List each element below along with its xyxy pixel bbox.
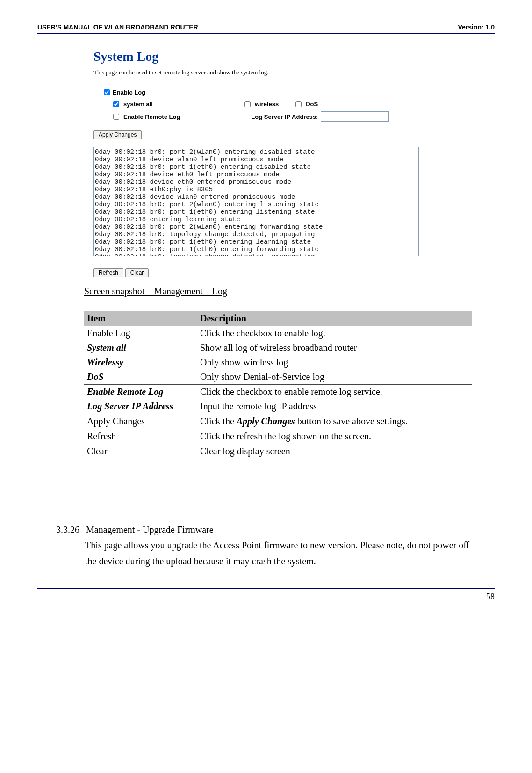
table-row: Apply Changes Click the Apply Changes bu… [84, 414, 472, 429]
header-right: Version: 1.0 [458, 23, 495, 31]
screenshot-panel: System Log This page can be used to set … [84, 43, 453, 284]
item-cell: Clear [87, 446, 107, 456]
item-cell: Enable Remote Log [87, 386, 163, 397]
section-number: 3.3.26 [56, 525, 79, 535]
table-row: Enable Log Click the checkbox to enable … [84, 326, 472, 341]
enable-remote-log-checkbox[interactable] [113, 114, 119, 120]
screenshot-divider [93, 80, 444, 80]
item-cell: Refresh [87, 431, 116, 441]
footer-divider [37, 588, 495, 589]
desc-cell: Click the refresh the log shown on the s… [197, 429, 472, 444]
description-table: Item Description Enable Log Click the ch… [84, 311, 472, 459]
screenshot-title: System Log [93, 49, 444, 64]
desc-cell: Show all log of wireless broadband route… [197, 341, 472, 355]
header-left: USER'S MANUAL OF WLAN BROADBAND ROUTER [37, 23, 198, 31]
desc-cell: Input the remote log IP address [197, 399, 472, 414]
table-row: DoS Only show Denial-of-Service log [84, 370, 472, 385]
screenshot-caption: Screen snapshot – Management – Log [84, 286, 495, 297]
table-row: Wirelessy Only show wireless log [84, 355, 472, 370]
apply-changes-button[interactable]: Apply Changes [93, 130, 142, 139]
table-header-item: Item [84, 311, 197, 326]
desc-cell: Click the checkbox to enable log. [197, 326, 472, 341]
table-header-description: Description [197, 311, 472, 326]
enable-remote-log-label: Enable Remote Log [123, 113, 180, 120]
item-cell: DoS [87, 372, 104, 382]
table-row: System all Show all log of wireless broa… [84, 341, 472, 355]
system-all-label: system all [123, 101, 153, 108]
table-row: Clear Clear log display screen [84, 444, 472, 459]
section-title: Management - Upgrade Firmware [86, 525, 214, 535]
table-row: Refresh Click the refresh the log shown … [84, 429, 472, 444]
log-server-ip-input[interactable] [321, 111, 389, 122]
desc-cell: Click the checkbox to enable remote log … [197, 385, 472, 400]
refresh-button[interactable]: Refresh [93, 268, 123, 277]
item-cell: Log Server IP Address [87, 401, 173, 411]
item-cell: Apply Changes [87, 416, 145, 426]
section-body: This page allows you upgrade the Access … [85, 537, 473, 569]
clear-button[interactable]: Clear [125, 268, 149, 277]
enable-log-checkbox[interactable] [104, 89, 110, 95]
dos-checkbox[interactable] [295, 101, 302, 107]
desc-cell: Only show Denial-of-Service log [197, 370, 472, 385]
page-number: 58 [37, 592, 495, 602]
log-server-ip-label: Log Server IP Address: [251, 113, 318, 120]
table-row: Log Server IP Address Input the remote l… [84, 399, 472, 414]
header-divider [37, 33, 495, 34]
desc-cell: Clear log display screen [197, 444, 472, 459]
log-output[interactable] [93, 147, 419, 256]
enable-log-label: Enable Log [113, 89, 145, 96]
item-cell: System all [87, 343, 126, 353]
wireless-label: wireless [255, 101, 279, 108]
desc-cell: Click the Apply Changes button to save a… [197, 414, 472, 429]
desc-cell: Only show wireless log [197, 355, 472, 370]
item-cell: Enable Log [87, 328, 130, 338]
item-cell: Wirelessy [87, 357, 123, 367]
system-all-checkbox[interactable] [113, 101, 119, 107]
screenshot-subtitle: This page can be used to set remote log … [93, 69, 444, 76]
wireless-checkbox[interactable] [244, 101, 251, 107]
table-row: Enable Remote Log Click the checkbox to … [84, 385, 472, 400]
dos-label: DoS [306, 101, 318, 108]
